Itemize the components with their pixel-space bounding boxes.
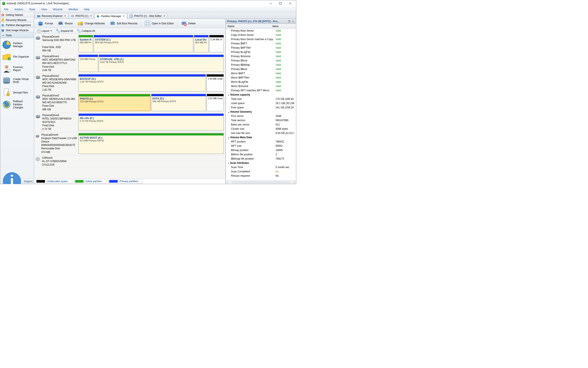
prop-row[interactable]: Mirror $MFTMirrValid: [226, 75, 296, 80]
close-tab-photo-disk-editor[interactable]: ✕: [163, 15, 165, 17]
change-attributes-button[interactable]: Change Attributes: [75, 20, 107, 27]
drive-row-2[interactable]: PhysicalDrive2WDC WD20EARS-00MVWB0WD-WCA…: [35, 74, 225, 93]
panel-close-button[interactable]: [291, 20, 295, 23]
partition-2-1[interactable]: 2.49 MB Unallc: [207, 74, 224, 92]
partition-1-1[interactable]: STORAGE_4TB (J:) 3.64 TB Primary NTFS: [99, 55, 224, 72]
properties-title[interactable]: Primary: PHOTO (I:), 270 GB [NTFS] - Pro…: [226, 19, 296, 24]
prop-section[interactable]: ⌄Volume Geometry: [226, 110, 296, 114]
properties-header[interactable]: Name Value: [226, 24, 296, 28]
partition-4-0[interactable]: 3tb refs (E:) 2.73 TB Primary ReFS: [79, 113, 224, 131]
prop-row[interactable]: Used space28.1 GB (30,158: [226, 101, 296, 105]
prop-row[interactable]: Primary $VolumeValid: [226, 54, 296, 58]
prop-row[interactable]: Primary $BitMapValid: [226, 63, 296, 67]
titlebar[interactable]: Active@ UNDELETE [Licensed to: LSoft Tec…: [0, 0, 296, 7]
partition-2-0[interactable]: BACKUP (G:) 1.82 TB Primary NTFS: [79, 74, 206, 92]
menu-file[interactable]: File: [1, 7, 11, 12]
format-button[interactable]: Format: [36, 20, 55, 27]
prop-row[interactable]: Scan CompletedNo: [226, 169, 296, 174]
nav-tools[interactable]: Tools: [0, 33, 34, 38]
layout-dropdown[interactable]: Layout: [36, 29, 54, 33]
tool-partition-manager[interactable]: PartitionManager: [1, 39, 34, 51]
resize-button[interactable]: Resize: [55, 20, 75, 27]
prop-row[interactable]: Mirror $LogFileValid: [226, 80, 296, 84]
prop-row[interactable]: Primary $RootValid: [226, 58, 296, 63]
drives-list[interactable]: PhysicalDrive0Samsung SSD 960 PRO 1TB Fi…: [34, 34, 226, 178]
tool-rollback-partition-changes[interactable]: RollbackPartitionChanges: [1, 99, 34, 110]
partition-0-0[interactable]: System R 500 MB Pri: [79, 35, 93, 52]
prop-row[interactable]: Primary Boot Sector matches a CopyValid: [226, 37, 296, 41]
tool-create-virtual-raid[interactable]: Create VirtualRAID: [1, 75, 34, 87]
nav-partition-management[interactable]: Partition Management: [0, 23, 34, 28]
prop-row[interactable]: Total sectors565247999: [226, 118, 296, 122]
partition-3-0[interactable]: PHOTO (I:) 270 GB Primary NTFS: [79, 94, 151, 111]
edit-boot-records-button[interactable]: Edit Boot Records: [108, 20, 140, 27]
partition-3-1[interactable]: DATA (D:) 196 GB Primary NTFS: [151, 94, 206, 111]
drive-row-4[interactable]: PhysicalDrive4INTEL SSDSC2BP480G4W1F2C81…: [35, 113, 225, 132]
open-in-disk-editor-button[interactable]: Open in Disk Editor: [143, 20, 176, 27]
prop-row[interactable]: Scan Time5 min40 sec: [226, 165, 296, 169]
nav-getting-started[interactable]: Getting Started: [0, 12, 34, 18]
drive-row-0[interactable]: PhysicalDrive0Samsung SSD 960 PRO 1TB Fi…: [35, 34, 225, 54]
prop-row[interactable]: First sector2048: [226, 114, 296, 118]
drive-row-5[interactable]: PhysicalDrive5Kingston DataTraveler 2.0 …: [35, 132, 225, 155]
close-tab-photo-i[interactable]: ✕: [90, 15, 92, 17]
tab-partition-manager-tab[interactable]: Partition Manager ✕: [94, 13, 127, 19]
close-tab-partition-manager-tab[interactable]: ✕: [123, 15, 125, 18]
prop-row[interactable]: Copy of Boot SectorValid: [226, 33, 296, 37]
prop-row[interactable]: Cluster size4096 bytes: [226, 127, 296, 131]
menu-wizards[interactable]: Wizards: [50, 7, 65, 12]
prop-row[interactable]: $Mirror file position2: [226, 152, 296, 156]
prop-section[interactable]: ⌄Volume Meta Data: [226, 135, 296, 139]
prop-section[interactable]: ⌄Scan Attributes: [226, 161, 296, 165]
prop-row[interactable]: Primary $MFTValid: [226, 41, 296, 46]
drive-row-1[interactable]: PhysicalDrive1WDC WD40EFRX-68WT0N0WD-WCC…: [35, 54, 225, 74]
prop-row[interactable]: Primary Boot SectorValid: [226, 28, 296, 33]
menu-help[interactable]: Help: [81, 7, 92, 12]
prop-row[interactable]: Mirror $MFTValid: [226, 71, 296, 75]
delete-button[interactable]: Delete: [179, 20, 198, 27]
partition-0-3[interactable]: 2.34 MB Ur: [209, 35, 224, 52]
menu-tools[interactable]: Tools: [26, 7, 38, 12]
partition-0-1[interactable]: SYSTEM (C:) 953 GB Primary NTFS: [94, 35, 193, 52]
prop-section[interactable]: ⌄Volume capacity: [226, 92, 296, 97]
prop-row[interactable]: Bytes per sector512: [226, 122, 296, 127]
prop-row[interactable]: Total size270 GB (289,40: [226, 97, 296, 101]
partition-1-0[interactable]: 128 MB Primar: [79, 55, 98, 72]
prop-row[interactable]: Bitmap position19945: [226, 148, 296, 152]
prop-row[interactable]: Primary $BootValid: [226, 67, 296, 71]
prop-row[interactable]: $Bitmap file position784273: [226, 156, 296, 161]
partition-5-0[interactable]: ACTIVE BOOT (K:) 973 MB Primary FAT32: [79, 133, 224, 154]
menu-window[interactable]: Window: [65, 7, 81, 12]
panel-restore-button[interactable]: [288, 20, 291, 23]
nav-disk-image-wizards[interactable]: Disk Image Wizards: [0, 28, 34, 33]
tab-photo-disk-editor[interactable]: PHOTO (I:) - Disk Editor ✕: [127, 13, 167, 18]
tool-forensic-report[interactable]: ForensicReport: [1, 63, 34, 75]
minimize-button[interactable]: [266, 0, 276, 7]
tool-file-organizer[interactable]: File Organizer: [1, 51, 34, 63]
menu-view[interactable]: View: [38, 7, 50, 12]
prop-row[interactable]: Primary $MFTMrrValid: [226, 46, 296, 50]
menu-actions[interactable]: Actions: [11, 7, 26, 12]
nav-recovery-wizards[interactable]: Recovery Wizards: [0, 18, 34, 23]
prop-row[interactable]: MFT size55552: [226, 144, 296, 148]
close-tab-recovery-explorer[interactable]: ✕: [64, 15, 67, 17]
partition-3-2[interactable]: 2.02 MB Unallo: [207, 94, 224, 111]
drive-row-3[interactable]: PhysicalDrive3WDC WD5001AALS-00L3B2WD-WC…: [35, 93, 225, 113]
drive-row-6[interactable]: CDRom0HL-DT-STBDDVDRW CH12LS28: [35, 155, 225, 168]
tab-recovery-explorer[interactable]: Recovery Explorer ✕: [35, 13, 68, 18]
partition-0-2[interactable]: Local Dis 852 MB Pri: [194, 35, 208, 52]
properties-body[interactable]: Primary Boot SectorValidCopy of Boot Sec…: [226, 28, 296, 181]
close-button[interactable]: [285, 0, 295, 7]
status-bar[interactable]: i Support: [0, 178, 34, 184]
tab-photo-i[interactable]: PHOTO (I:) ✕: [69, 13, 94, 18]
prop-row[interactable]: Primary $LogFileValid: [226, 50, 296, 54]
prop-row[interactable]: Rescan requiredNo: [226, 174, 296, 178]
maximize-button[interactable]: [276, 0, 285, 7]
collapse-all-button[interactable]: Collapse All: [75, 29, 97, 33]
prop-row[interactable]: Primary MFT matches MFT MirrorValid: [226, 88, 296, 92]
expand-all-button[interactable]: Expand All: [54, 29, 75, 33]
prop-row[interactable]: Free space241 GB (259,24: [226, 105, 296, 110]
prop-row[interactable]: MFT position786432: [226, 139, 296, 144]
tool-decrypt-files[interactable]: Decrypt Files: [1, 87, 34, 99]
prop-row[interactable]: Get max file size8.00 EB (9,223,3: [226, 131, 296, 135]
